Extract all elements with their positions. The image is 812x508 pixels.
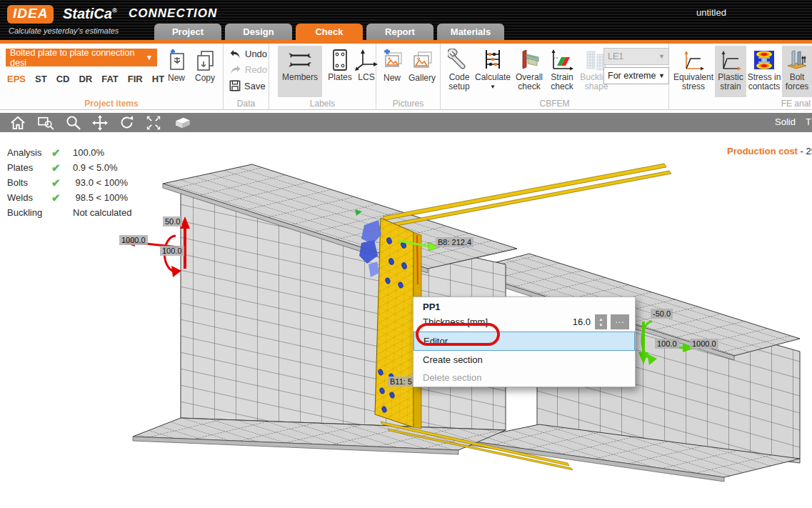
home-icon[interactable] — [10, 116, 26, 130]
production-cost-value: - 25 — [798, 146, 812, 156]
strain-check-label: Strain check — [546, 73, 578, 91]
save-button[interactable]: Save — [229, 80, 266, 91]
thickness-label: Thickness [mm] — [423, 317, 488, 327]
stepper-up-icon[interactable]: ▲ — [599, 317, 603, 322]
bolt-forces-button[interactable]: Bolt forces — [782, 46, 812, 97]
code-eps[interactable]: EPS — [7, 74, 26, 84]
zoom-window-icon[interactable] — [37, 116, 54, 130]
view-mode-label[interactable]: Solid — [775, 116, 796, 127]
lcs-labels-button[interactable]: LCS — [356, 46, 376, 97]
result-value: 98.5 < 100% — [73, 192, 128, 203]
app-window: IDEA StatiCa® Calculate yesterday's esti… — [0, 0, 812, 508]
result-row-analysis: Analysis ✔ 100.0% — [7, 145, 131, 160]
extreme-value: For extreme — [608, 71, 656, 81]
check-pass-icon: ✔ — [51, 176, 73, 189]
load-tag-shear-left: 100.0 — [160, 246, 184, 256]
thickness-more-button[interactable]: ... — [611, 314, 629, 329]
gallery-label: Gallery — [408, 74, 436, 83]
check-pass-icon: ✔ — [51, 191, 73, 204]
code-cd[interactable]: CD — [56, 74, 70, 84]
tagline: Calculate yesterday's estimates — [9, 26, 119, 35]
result-value: 100.0% — [73, 147, 104, 158]
stress-in-contacts-button[interactable]: Stress in contacts — [746, 46, 782, 91]
plastic-strain-button[interactable]: Plastic strain — [715, 46, 746, 97]
statica-logo: StatiCa® — [63, 6, 117, 22]
tab-project[interactable]: Project — [154, 24, 221, 40]
viewport-3d[interactable]: Analysis ✔ 100.0% Plates ✔ 0.9 < 5.0% Bo… — [0, 132, 812, 508]
pan-icon[interactable] — [92, 115, 108, 131]
result-label: Bolts — [7, 177, 51, 188]
picture-new-label: New — [384, 74, 401, 83]
thickness-stepper[interactable]: ▲▼ — [595, 314, 607, 329]
group-data: Undo Redo Save Data — [224, 44, 269, 110]
view-mode-next-label[interactable]: T — [806, 116, 812, 127]
undo-button[interactable]: Undo — [229, 49, 267, 59]
tab-materials[interactable]: Materials — [437, 24, 504, 40]
bolt-forces-label: Bolt forces — [782, 73, 812, 91]
undo-icon — [229, 49, 241, 59]
lcs-icon — [354, 47, 379, 73]
project-item-dropdown[interactable]: Bolted plate to plate connection desi ▼ — [6, 49, 157, 66]
project-item-dropdown-value: Bolted plate to plate connection desi — [10, 48, 146, 68]
stress-in-contacts-label: Stress in contacts — [746, 73, 782, 91]
copy-item-icon — [194, 48, 216, 74]
calculate-dropdown-caret[interactable]: ▼ — [490, 82, 496, 91]
group-label-pictures: Pictures — [376, 99, 440, 109]
overall-check-button[interactable]: Overall check — [512, 46, 546, 91]
zoom-all-icon[interactable] — [146, 115, 161, 131]
extreme-dropdown[interactable]: For extreme ▼ — [603, 67, 669, 84]
code-setup-label: Code setup — [445, 73, 473, 91]
chevron-down-icon: ▼ — [146, 54, 153, 61]
tab-check[interactable]: Check — [296, 24, 363, 41]
members-label: Members — [282, 73, 318, 82]
bolt-tag-b11: B11: 5 — [388, 377, 414, 387]
tab-report[interactable]: Report — [366, 24, 433, 40]
zoom-icon[interactable] — [66, 115, 81, 130]
solid-view-icon[interactable] — [173, 116, 191, 129]
equivalent-stress-button[interactable]: Equivalent stress — [672, 46, 715, 91]
load-effect-dropdown[interactable]: LE1 ▼ — [603, 48, 669, 65]
ribbon: Bolted plate to plate connection desi ▼ … — [0, 44, 812, 110]
gallery-button[interactable]: Gallery — [405, 46, 439, 83]
new-item-button[interactable]: New — [162, 46, 191, 83]
redo-button[interactable]: Redo — [229, 64, 267, 75]
group-labels: Members Plates LCS Labels — [269, 44, 376, 110]
members-labels-button[interactable]: Members — [278, 46, 322, 97]
stepper-down-icon[interactable]: ▼ — [599, 323, 603, 327]
gallery-icon — [411, 48, 433, 74]
menu-item-create-section[interactable]: Create section — [413, 351, 635, 369]
copy-item-button[interactable]: Copy — [191, 46, 219, 83]
menu-item-editor[interactable]: Editor... — [413, 332, 635, 351]
rotate-icon[interactable] — [119, 115, 134, 130]
redo-label: Redo — [245, 64, 267, 75]
strain-check-icon — [550, 47, 574, 73]
context-menu-title: PP1 — [413, 297, 635, 314]
calculate-button[interactable]: Calculate ▼ — [473, 46, 512, 91]
code-fir[interactable]: FIR — [128, 74, 143, 84]
stress-in-contacts-icon — [753, 47, 776, 73]
result-row-bolts: Bolts ✔ 93.0 < 100% — [7, 175, 131, 190]
code-dr[interactable]: DR — [79, 74, 92, 84]
strain-check-button[interactable]: Strain check — [546, 46, 578, 91]
code-row: EPS ST CD DR FAT FIR HT — [7, 74, 164, 84]
result-label: Analysis — [7, 147, 51, 158]
code-st[interactable]: ST — [35, 74, 47, 84]
header-bar: IDEA StatiCa® Calculate yesterday's esti… — [0, 0, 812, 40]
plates-icon — [331, 47, 349, 73]
chevron-down-icon: ▼ — [658, 72, 665, 79]
wrench-icon — [448, 47, 471, 73]
plates-labels-button[interactable]: Plates — [324, 46, 356, 97]
plastic-strain-label: Plastic strain — [715, 73, 746, 91]
code-fat[interactable]: FAT — [101, 74, 119, 84]
result-label: Plates — [7, 162, 51, 173]
thickness-value[interactable]: 16.0 — [571, 317, 595, 327]
copy-item-label: Copy — [195, 74, 215, 83]
view-toolbar: Solid T — [0, 113, 812, 132]
code-setup-button[interactable]: Code setup — [445, 46, 473, 91]
overall-check-icon — [517, 47, 541, 73]
group-pictures: New Gallery Pictures — [376, 44, 441, 110]
group-cbfem: Code setup Calculate ▼ Overall check St — [441, 44, 669, 110]
statica-logo-text: StatiCa — [63, 6, 112, 21]
picture-new-button[interactable]: New — [379, 46, 405, 83]
tab-design[interactable]: Design — [225, 24, 292, 40]
